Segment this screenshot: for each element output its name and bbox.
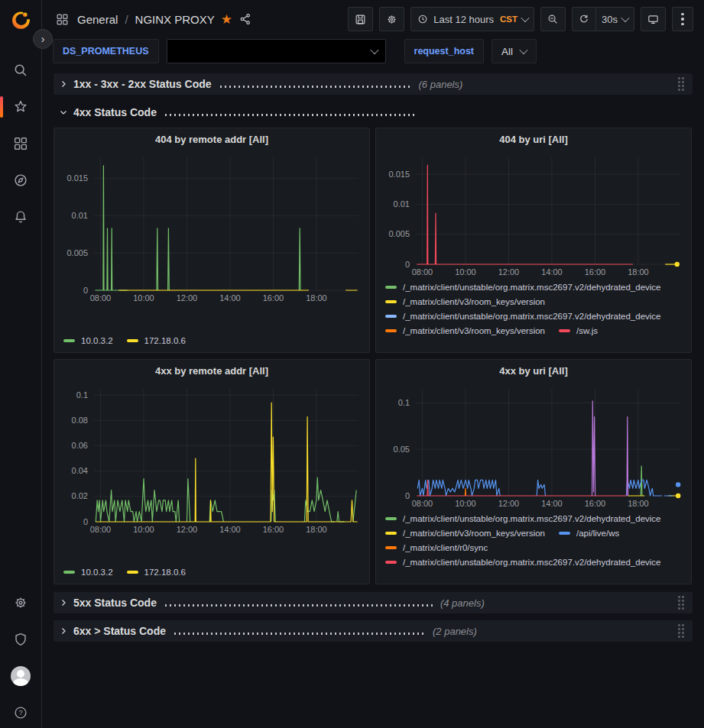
dotted-leader [173, 633, 425, 635]
panel-legend: /_matrix/client/unstable/org.matrix.msc2… [376, 280, 691, 352]
row-1xx-3xx-2xx[interactable]: 1xx - 3xx - 2xx Status Code (6 panels) [54, 73, 693, 95]
dotted-leader [164, 114, 416, 116]
svg-text:0.06: 0.06 [72, 441, 88, 450]
dashboards-icon[interactable] [5, 128, 36, 159]
legend-item[interactable]: /_matrix/client/unstable/org.matrix.msc2… [385, 558, 661, 567]
legend-label: /_matrix/client/unstable/org.matrix.msc2… [403, 283, 661, 292]
svg-text:0: 0 [83, 286, 88, 295]
timeseries-chart[interactable]: 00.0050.010.01508:0010:0012:0014:0016:00… [376, 150, 691, 280]
panel-title[interactable]: 404 by uri [All] [376, 128, 691, 150]
panels-grid: 404 by remote addr [All] 00.0050.010.015… [54, 128, 693, 584]
grafana-app: ? › General / NGINX PROXY ★ [0, 0, 704, 728]
legend-swatch [559, 532, 570, 535]
panel-4xx-by-uri: 4xx by uri [All] 00.050.108:0010:0012:00… [375, 359, 692, 584]
variable-ds-prometheus-label[interactable]: DS_PROMETHEUS [53, 39, 159, 63]
save-dashboard-button[interactable] [348, 7, 373, 31]
svg-text:0.04: 0.04 [72, 466, 88, 475]
svg-text:14:00: 14:00 [541, 267, 563, 277]
row-drag-handle[interactable] [678, 624, 685, 639]
chevron-down-icon [58, 107, 69, 118]
zoom-out-button[interactable] [540, 7, 566, 31]
legend-item[interactable]: 172.18.0.6 [127, 336, 186, 345]
legend-item[interactable]: 10.0.3.2 [63, 568, 113, 577]
svg-text:18:00: 18:00 [628, 267, 649, 277]
legend-item[interactable]: /_matrix/client/v3/room_keys/version [385, 297, 545, 306]
svg-text:10:00: 10:00 [455, 499, 476, 508]
legend-label: 172.18.0.6 [144, 568, 186, 577]
legend-item[interactable]: /_matrix/client/r0/sync [385, 543, 488, 552]
timeseries-chart[interactable]: 00.050.108:0010:0012:0014:0016:0018:00 [376, 381, 691, 511]
server-admin-shield-icon[interactable] [5, 624, 36, 655]
explore-compass-icon[interactable] [5, 165, 36, 196]
configuration-gear-icon[interactable] [5, 587, 36, 618]
favorite-star-icon[interactable]: ★ [221, 11, 232, 28]
legend-swatch [559, 329, 570, 332]
legend-item[interactable]: 172.18.0.6 [127, 568, 186, 577]
tv-mode-button[interactable] [641, 7, 666, 31]
variable-request-host-label[interactable]: request_host [404, 39, 485, 63]
dashboard-canvas: 1xx - 3xx - 2xx Status Code (6 panels) 4… [42, 69, 704, 728]
legend-item[interactable]: 10.0.3.2 [63, 336, 113, 345]
grafana-logo-icon[interactable] [5, 6, 36, 37]
legend-label: /_matrix/client/unstable/org.matrix.msc2… [403, 312, 661, 321]
variable-datasource-select[interactable] [167, 39, 386, 63]
share-icon[interactable] [238, 12, 252, 26]
panel-title[interactable]: 404 by remote addr [All] [54, 128, 369, 150]
legend-item[interactable]: /_matrix/client/v3/room_keys/version [385, 529, 545, 538]
dotted-leader [219, 86, 411, 88]
legend-item[interactable]: /_matrix/client/unstable/org.matrix.msc2… [385, 514, 661, 523]
alerting-bell-icon[interactable] [5, 202, 36, 232]
breadcrumb-separator: / [125, 13, 128, 26]
legend-item[interactable]: /_matrix/client/unstable/org.matrix.msc2… [385, 283, 661, 292]
dashboard-variables-row: DS_PROMETHEUS request_host All [42, 38, 704, 69]
search-icon[interactable] [5, 55, 36, 86]
legend-swatch [385, 517, 397, 520]
svg-text:14:00: 14:00 [219, 525, 241, 534]
time-range-picker[interactable]: Last 12 hours CST [410, 7, 534, 31]
row-6xx[interactable]: 6xx > Status Code (2 panels) [54, 620, 693, 642]
row-drag-handle[interactable] [678, 77, 685, 92]
row-4xx[interactable]: 4xx Status Code [54, 102, 693, 123]
legend-item[interactable]: /sw.js [559, 326, 598, 335]
breadcrumb-section[interactable]: General [77, 13, 118, 26]
legend-item[interactable]: /_matrix/client/unstable/org.matrix.msc2… [385, 312, 661, 321]
row-5xx[interactable]: 5xx Status Code (4 panels) [54, 592, 693, 613]
legend-label: /_matrix/client/unstable/org.matrix.msc2… [403, 514, 661, 523]
panel-title[interactable]: 4xx by uri [All] [376, 360, 691, 381]
svg-text:0.05: 0.05 [394, 445, 410, 454]
starred-nav-icon[interactable] [5, 92, 36, 122]
svg-text:0: 0 [83, 517, 88, 526]
legend-item[interactable]: /_matrix/client/v3/room_keys/version [385, 326, 545, 335]
panel-legend: 10.0.3.2172.18.0.6 [54, 333, 369, 352]
row-drag-handle[interactable] [678, 596, 685, 610]
user-avatar[interactable] [5, 661, 36, 691]
timeseries-chart[interactable]: 00.0050.010.01508:0010:0012:0014:0016:00… [54, 150, 369, 306]
legend-label: /_matrix/client/unstable/org.matrix.msc2… [403, 558, 661, 567]
refresh-interval-dropdown[interactable]: 30s [596, 7, 634, 31]
timeseries-chart[interactable]: 00.020.040.060.080.108:0010:0012:0014:00… [54, 381, 369, 537]
legend-swatch [63, 339, 75, 342]
panel-4xx-by-remote-addr: 4xx by remote addr [All] 00.020.040.060.… [54, 359, 370, 584]
legend-swatch [385, 561, 397, 564]
dashboard-settings-button[interactable] [379, 7, 404, 31]
help-icon[interactable]: ? [5, 697, 36, 728]
svg-text:?: ? [18, 709, 22, 717]
sidebar-expand-button[interactable]: › [33, 29, 53, 49]
svg-text:12:00: 12:00 [498, 499, 520, 508]
svg-text:0.015: 0.015 [388, 170, 410, 179]
toolbar-actions: Last 12 hours CST 30s [348, 7, 693, 31]
panel-404-by-uri: 404 by uri [All] 00.0050.010.01508:0010:… [375, 128, 692, 353]
panel-404-by-remote-addr: 404 by remote addr [All] 00.0050.010.015… [54, 128, 370, 353]
panel-title[interactable]: 4xx by remote addr [All] [54, 360, 369, 381]
svg-text:10:00: 10:00 [133, 525, 154, 534]
refresh-button[interactable] [572, 7, 596, 31]
legend-item[interactable]: /api/live/ws [559, 529, 619, 538]
row-panel-count: (2 panels) [433, 626, 477, 637]
kebab-menu-button[interactable] [672, 7, 693, 31]
dashboard-title[interactable]: NGINX PROXY [135, 13, 215, 26]
panel-legend: /_matrix/client/unstable/org.matrix.msc2… [376, 511, 691, 584]
variable-request-host-select[interactable]: All [492, 39, 537, 63]
svg-text:10:00: 10:00 [455, 267, 476, 277]
svg-text:12:00: 12:00 [498, 267, 520, 277]
legend-label: /api/live/ws [576, 529, 619, 538]
